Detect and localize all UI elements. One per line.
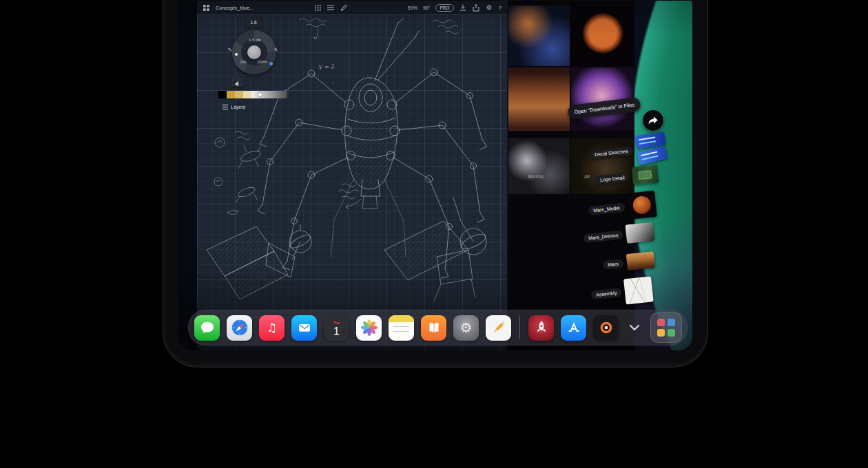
drop-action-tooltip: Open “Downloads” in Files xyxy=(567,97,641,120)
drag-thumb-mars-deimos xyxy=(626,222,655,244)
drag-thumb-decal-sketches xyxy=(634,131,668,164)
dock-settings-icon[interactable]: ⚙ xyxy=(453,315,479,341)
dock-safari-icon[interactable] xyxy=(227,315,252,341)
drag-item-label: Mars_Model xyxy=(588,202,626,215)
drag-item-label: Assembly xyxy=(591,288,622,300)
dock-calendar-icon[interactable]: Tue 1 xyxy=(324,315,349,341)
drag-item-label: Logo Detail xyxy=(595,172,630,184)
dock: ♫ Tue 1 ⚙ xyxy=(188,310,688,345)
dock-pencil-app-icon[interactable] xyxy=(486,315,511,341)
drag-item[interactable]: Mars xyxy=(602,251,655,273)
drag-item-label: Mars_Deimos xyxy=(583,230,623,243)
dock-rocket-app-icon[interactable] xyxy=(528,315,554,341)
forward-arrow-icon xyxy=(643,110,663,131)
drag-item[interactable]: Mars_Model xyxy=(587,191,657,224)
recent-app-tile xyxy=(657,319,665,326)
recent-app-tile xyxy=(657,329,665,337)
dock-messages-icon[interactable] xyxy=(194,315,220,341)
drag-thumb-mars xyxy=(626,251,654,270)
recent-apps-folder[interactable] xyxy=(650,312,682,343)
recent-app-tile xyxy=(668,319,675,326)
dock-collapse-chevron-icon[interactable] xyxy=(626,319,643,337)
dock-mail-icon[interactable] xyxy=(291,315,317,341)
drag-item-label: Decal Sketches xyxy=(590,146,634,159)
drag-drop-layer: Open “Downloads” in Files Decal Sketches… xyxy=(178,1,692,350)
dock-browser-app-icon[interactable] xyxy=(593,315,619,341)
drag-item-label: Mars xyxy=(603,258,624,269)
dock-books-icon[interactable] xyxy=(421,315,446,341)
drag-item[interactable]: Assembly xyxy=(590,276,654,308)
ipad-screen: Concepts_blue... 59% 90° PRO xyxy=(178,1,692,350)
drag-thumb-logo-detail xyxy=(632,164,659,185)
dock-appstore-icon[interactable] xyxy=(561,315,586,341)
ipad-device: Concepts_blue... 59% 90° PRO xyxy=(163,0,708,368)
dock-notes-icon[interactable] xyxy=(389,315,414,341)
drag-item[interactable]: Mars_Deimos xyxy=(583,222,654,248)
dock-divider xyxy=(519,316,520,339)
dock-music-icon[interactable]: ♫ xyxy=(259,315,285,341)
drag-thumb-assembly xyxy=(623,276,654,304)
drag-thumb-mars-model xyxy=(626,191,657,220)
dock-photos-icon[interactable] xyxy=(356,315,382,341)
calendar-weekday: Tue xyxy=(333,321,340,326)
calendar-day: 1 xyxy=(333,326,340,337)
recent-app-tile xyxy=(668,329,675,337)
